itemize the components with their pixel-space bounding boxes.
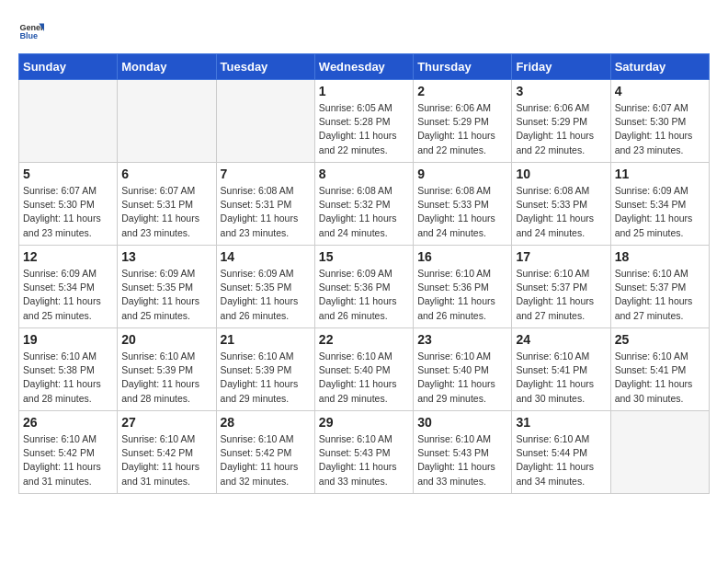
week-row-1: 1Sunrise: 6:05 AM Sunset: 5:28 PM Daylig… bbox=[19, 80, 710, 163]
day-info: Sunrise: 6:06 AM Sunset: 5:29 PM Dayligh… bbox=[417, 101, 507, 157]
day-number: 9 bbox=[417, 167, 507, 181]
empty-cell bbox=[118, 80, 216, 163]
day-info: Sunrise: 6:07 AM Sunset: 5:31 PM Dayligh… bbox=[121, 184, 211, 240]
day-info: Sunrise: 6:10 AM Sunset: 5:42 PM Dayligh… bbox=[23, 432, 113, 488]
day-cell-6: 6Sunrise: 6:07 AM Sunset: 5:31 PM Daylig… bbox=[118, 163, 216, 246]
day-cell-19: 19Sunrise: 6:10 AM Sunset: 5:38 PM Dayli… bbox=[19, 328, 118, 411]
day-info: Sunrise: 6:08 AM Sunset: 5:32 PM Dayligh… bbox=[319, 184, 409, 240]
day-info: Sunrise: 6:10 AM Sunset: 5:43 PM Dayligh… bbox=[319, 432, 409, 488]
day-info: Sunrise: 6:10 AM Sunset: 5:40 PM Dayligh… bbox=[417, 350, 507, 406]
day-cell-14: 14Sunrise: 6:09 AM Sunset: 5:35 PM Dayli… bbox=[216, 246, 314, 328]
day-cell-3: 3Sunrise: 6:06 AM Sunset: 5:29 PM Daylig… bbox=[512, 80, 610, 163]
day-cell-26: 26Sunrise: 6:10 AM Sunset: 5:42 PM Dayli… bbox=[19, 411, 118, 494]
day-number: 24 bbox=[516, 332, 606, 347]
day-info: Sunrise: 6:10 AM Sunset: 5:41 PM Dayligh… bbox=[516, 350, 606, 406]
week-row-3: 12Sunrise: 6:09 AM Sunset: 5:34 PM Dayli… bbox=[19, 246, 710, 328]
day-info: Sunrise: 6:09 AM Sunset: 5:36 PM Dayligh… bbox=[319, 267, 409, 323]
day-number: 23 bbox=[417, 332, 507, 347]
day-number: 8 bbox=[319, 167, 409, 181]
empty-cell bbox=[19, 80, 118, 163]
day-cell-21: 21Sunrise: 6:10 AM Sunset: 5:39 PM Dayli… bbox=[216, 328, 314, 411]
page-header: General Blue bbox=[18, 18, 710, 44]
day-cell-7: 7Sunrise: 6:08 AM Sunset: 5:31 PM Daylig… bbox=[216, 163, 314, 246]
day-number: 28 bbox=[221, 415, 311, 430]
day-number: 30 bbox=[417, 415, 507, 430]
day-info: Sunrise: 6:09 AM Sunset: 5:35 PM Dayligh… bbox=[221, 267, 311, 323]
day-cell-12: 12Sunrise: 6:09 AM Sunset: 5:34 PM Dayli… bbox=[19, 246, 118, 328]
day-info: Sunrise: 6:09 AM Sunset: 5:35 PM Dayligh… bbox=[121, 267, 211, 323]
logo: General Blue bbox=[18, 18, 44, 44]
day-cell-20: 20Sunrise: 6:10 AM Sunset: 5:39 PM Dayli… bbox=[118, 328, 216, 411]
day-number: 18 bbox=[615, 249, 705, 264]
week-row-2: 5Sunrise: 6:07 AM Sunset: 5:30 PM Daylig… bbox=[19, 163, 710, 246]
day-cell-23: 23Sunrise: 6:10 AM Sunset: 5:40 PM Dayli… bbox=[414, 328, 512, 411]
day-number: 12 bbox=[23, 249, 113, 264]
day-info: Sunrise: 6:10 AM Sunset: 5:38 PM Dayligh… bbox=[23, 350, 113, 406]
day-number: 31 bbox=[516, 415, 606, 430]
day-number: 19 bbox=[23, 332, 113, 347]
day-cell-25: 25Sunrise: 6:10 AM Sunset: 5:41 PM Dayli… bbox=[610, 328, 709, 411]
day-number: 15 bbox=[319, 249, 409, 264]
weekday-header-saturday: Saturday bbox=[610, 54, 709, 80]
day-cell-2: 2Sunrise: 6:06 AM Sunset: 5:29 PM Daylig… bbox=[414, 80, 512, 163]
day-info: Sunrise: 6:05 AM Sunset: 5:28 PM Dayligh… bbox=[319, 101, 409, 157]
weekday-header-row: SundayMondayTuesdayWednesdayThursdayFrid… bbox=[19, 54, 710, 80]
weekday-header-sunday: Sunday bbox=[19, 54, 118, 80]
day-info: Sunrise: 6:10 AM Sunset: 5:39 PM Dayligh… bbox=[121, 350, 211, 406]
logo-icon: General Blue bbox=[18, 18, 44, 44]
day-info: Sunrise: 6:09 AM Sunset: 5:34 PM Dayligh… bbox=[615, 184, 705, 240]
day-cell-24: 24Sunrise: 6:10 AM Sunset: 5:41 PM Dayli… bbox=[512, 328, 610, 411]
day-number: 26 bbox=[23, 415, 113, 430]
calendar-table: SundayMondayTuesdayWednesdayThursdayFrid… bbox=[18, 53, 710, 494]
day-number: 1 bbox=[319, 84, 409, 98]
day-cell-15: 15Sunrise: 6:09 AM Sunset: 5:36 PM Dayli… bbox=[314, 246, 413, 328]
day-info: Sunrise: 6:10 AM Sunset: 5:37 PM Dayligh… bbox=[516, 267, 606, 323]
empty-cell bbox=[610, 411, 709, 494]
day-info: Sunrise: 6:10 AM Sunset: 5:37 PM Dayligh… bbox=[615, 267, 705, 323]
day-cell-29: 29Sunrise: 6:10 AM Sunset: 5:43 PM Dayli… bbox=[314, 411, 413, 494]
day-info: Sunrise: 6:07 AM Sunset: 5:30 PM Dayligh… bbox=[23, 184, 113, 240]
day-number: 25 bbox=[615, 332, 705, 347]
day-info: Sunrise: 6:10 AM Sunset: 5:40 PM Dayligh… bbox=[319, 350, 409, 406]
day-cell-28: 28Sunrise: 6:10 AM Sunset: 5:42 PM Dayli… bbox=[216, 411, 314, 494]
svg-text:Blue: Blue bbox=[19, 31, 38, 40]
day-number: 7 bbox=[221, 167, 311, 181]
day-cell-27: 27Sunrise: 6:10 AM Sunset: 5:42 PM Dayli… bbox=[118, 411, 216, 494]
day-info: Sunrise: 6:08 AM Sunset: 5:33 PM Dayligh… bbox=[516, 184, 606, 240]
day-number: 22 bbox=[319, 332, 409, 347]
day-number: 20 bbox=[121, 332, 211, 347]
day-info: Sunrise: 6:10 AM Sunset: 5:39 PM Dayligh… bbox=[221, 350, 311, 406]
day-number: 27 bbox=[121, 415, 211, 430]
day-cell-16: 16Sunrise: 6:10 AM Sunset: 5:36 PM Dayli… bbox=[414, 246, 512, 328]
day-cell-9: 9Sunrise: 6:08 AM Sunset: 5:33 PM Daylig… bbox=[414, 163, 512, 246]
day-number: 21 bbox=[221, 332, 311, 347]
day-cell-17: 17Sunrise: 6:10 AM Sunset: 5:37 PM Dayli… bbox=[512, 246, 610, 328]
day-number: 13 bbox=[121, 249, 211, 264]
day-info: Sunrise: 6:08 AM Sunset: 5:31 PM Dayligh… bbox=[221, 184, 311, 240]
day-info: Sunrise: 6:10 AM Sunset: 5:36 PM Dayligh… bbox=[417, 267, 507, 323]
day-number: 16 bbox=[417, 249, 507, 264]
day-number: 6 bbox=[121, 167, 211, 181]
day-number: 4 bbox=[615, 84, 705, 98]
day-number: 5 bbox=[23, 167, 113, 181]
empty-cell bbox=[216, 80, 314, 163]
day-number: 14 bbox=[221, 249, 311, 264]
day-cell-31: 31Sunrise: 6:10 AM Sunset: 5:44 PM Dayli… bbox=[512, 411, 610, 494]
day-cell-13: 13Sunrise: 6:09 AM Sunset: 5:35 PM Dayli… bbox=[118, 246, 216, 328]
day-number: 11 bbox=[615, 167, 705, 181]
day-cell-11: 11Sunrise: 6:09 AM Sunset: 5:34 PM Dayli… bbox=[610, 163, 709, 246]
day-cell-10: 10Sunrise: 6:08 AM Sunset: 5:33 PM Dayli… bbox=[512, 163, 610, 246]
day-cell-8: 8Sunrise: 6:08 AM Sunset: 5:32 PM Daylig… bbox=[314, 163, 413, 246]
week-row-5: 26Sunrise: 6:10 AM Sunset: 5:42 PM Dayli… bbox=[19, 411, 710, 494]
week-row-4: 19Sunrise: 6:10 AM Sunset: 5:38 PM Dayli… bbox=[19, 328, 710, 411]
day-cell-18: 18Sunrise: 6:10 AM Sunset: 5:37 PM Dayli… bbox=[610, 246, 709, 328]
day-number: 17 bbox=[516, 249, 606, 264]
day-cell-1: 1Sunrise: 6:05 AM Sunset: 5:28 PM Daylig… bbox=[314, 80, 413, 163]
day-info: Sunrise: 6:10 AM Sunset: 5:43 PM Dayligh… bbox=[417, 432, 507, 488]
day-info: Sunrise: 6:08 AM Sunset: 5:33 PM Dayligh… bbox=[417, 184, 507, 240]
day-info: Sunrise: 6:10 AM Sunset: 5:42 PM Dayligh… bbox=[221, 432, 311, 488]
day-info: Sunrise: 6:10 AM Sunset: 5:41 PM Dayligh… bbox=[615, 350, 705, 406]
day-info: Sunrise: 6:06 AM Sunset: 5:29 PM Dayligh… bbox=[516, 101, 606, 157]
day-info: Sunrise: 6:10 AM Sunset: 5:42 PM Dayligh… bbox=[121, 432, 211, 488]
day-info: Sunrise: 6:07 AM Sunset: 5:30 PM Dayligh… bbox=[615, 101, 705, 157]
